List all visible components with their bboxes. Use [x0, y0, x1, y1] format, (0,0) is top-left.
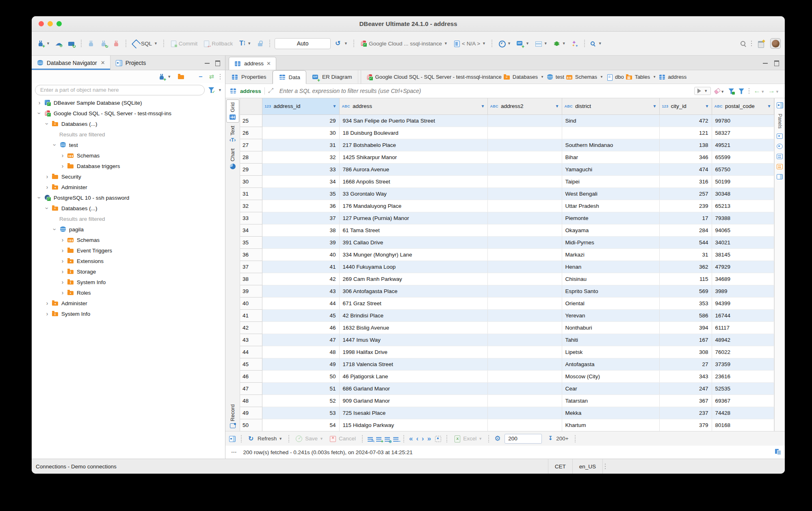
cell-district[interactable]: Markazi — [562, 248, 659, 261]
toggle-panel-icon[interactable] — [229, 435, 236, 442]
cell-address[interactable]: 725 Isesaki Place — [339, 407, 487, 419]
tree-expander-icon[interactable] — [50, 226, 59, 233]
row-number-cell[interactable]: 35 — [240, 236, 262, 248]
cell-address2[interactable] — [487, 297, 562, 309]
cell-address2[interactable] — [487, 224, 562, 236]
cell-city-id[interactable]: 367 — [659, 395, 712, 407]
tree-expander-icon[interactable] — [35, 194, 44, 201]
cell-city-id[interactable]: 247 — [659, 382, 712, 395]
cell-city-id[interactable]: 569 — [659, 285, 712, 297]
cell-address[interactable]: 909 Garland Manor — [339, 395, 487, 407]
tree-expander-icon[interactable] — [50, 142, 59, 148]
cell-city-id[interactable]: 379 — [659, 419, 712, 431]
table-row[interactable]: 37 41 1440 Fukuyama Loop Henan 362 47929 — [240, 261, 774, 273]
last-row-button[interactable]: » — [427, 436, 431, 442]
cell-address-id[interactable]: 40 — [262, 248, 339, 261]
refresh-button[interactable]: Refresh▼ — [247, 434, 284, 443]
row-number-cell[interactable]: 28 — [240, 151, 262, 163]
cell-postal-code[interactable]: 79388 — [712, 212, 774, 224]
cell-address-id[interactable]: 53 — [262, 407, 339, 419]
row-number-cell[interactable]: 44 — [240, 346, 262, 358]
link-with-editor-button[interactable]: ⇄ — [208, 73, 215, 81]
breadcrumb-item[interactable]: Schemas ▼ — [566, 73, 604, 81]
cell-address-id[interactable]: 49 — [262, 358, 339, 370]
first-row-button[interactable]: « — [409, 436, 413, 442]
tab-database-navigator[interactable]: Database Navigator ✕ — [32, 56, 110, 70]
cell-address2[interactable] — [487, 346, 562, 358]
cell-address[interactable]: 33 Gorontalo Way — [339, 188, 487, 200]
tab-text-view[interactable]: Text ‹T› — [226, 123, 239, 146]
cell-address2[interactable] — [487, 114, 562, 127]
cell-district[interactable]: Nonthaburi — [562, 321, 659, 334]
close-icon[interactable]: ✕ — [101, 60, 105, 66]
tab-record-view[interactable]: Record — [226, 402, 239, 430]
dashboard-button[interactable]: ▼ — [497, 39, 512, 48]
table-row[interactable]: 28 32 1425 Shikarpur Manor Bihar 346 655… — [240, 151, 774, 163]
locale-indicator[interactable]: en_US — [573, 459, 603, 474]
cell-address[interactable]: 671 Graz Street — [339, 297, 487, 309]
navigator-new-connection-button[interactable]: +▼ — [157, 72, 172, 81]
table-row[interactable]: 26 30 18 Duisburg Boulevard 121 58327 — [240, 127, 774, 139]
sql-editor-button[interactable]: SQL▼ — [131, 39, 159, 48]
cell-address[interactable]: 306 Antofagasta Place — [339, 285, 487, 297]
minimize-view-icon[interactable] — [205, 60, 210, 65]
cell-postal-code[interactable]: 65599 — [712, 151, 774, 163]
cell-address-id[interactable]: 33 — [262, 163, 339, 175]
tree-expander-icon[interactable] — [58, 258, 67, 264]
cell-address-id[interactable]: 46 — [262, 321, 339, 334]
cell-postal-code[interactable]: 50199 — [712, 175, 774, 188]
tab-er-diagram[interactable]: ER Diagram — [306, 70, 358, 84]
table-row[interactable]: 45 49 1718 Valencia Street Antofagasta 2… — [240, 358, 774, 370]
tab-data[interactable]: Data — [273, 70, 307, 84]
row-number-cell[interactable]: 25 — [240, 114, 262, 127]
cell-postal-code[interactable]: 80168 — [712, 419, 774, 431]
cell-district[interactable]: Chisinau — [562, 273, 659, 285]
table-row[interactable]: 48 52 909 Garland Manor Tatarstan 367 69… — [240, 395, 774, 407]
row-number-cell[interactable]: 29 — [240, 163, 262, 175]
tree-expander-icon[interactable] — [43, 300, 52, 306]
cell-address[interactable]: 786 Aurora Avenue — [339, 163, 487, 175]
active-connection-selector[interactable]: Google Cloud ... ssql-instance▼ — [359, 39, 449, 48]
cell-district[interactable]: Midi-Pyrnes — [562, 236, 659, 248]
grouping-panel-icon[interactable] — [777, 174, 783, 179]
cell-address-id[interactable]: 43 — [262, 285, 339, 297]
tree-item[interactable]: Databases (...) — [32, 119, 225, 129]
tree-expander-icon[interactable] — [43, 173, 52, 180]
cell-postal-code[interactable]: 37359 — [712, 358, 774, 370]
table-row[interactable]: 42 46 1632 Bislig Avenue Nonthaburi 394 … — [240, 321, 774, 334]
cell-address[interactable]: 46 Pjatigorsk Lane — [339, 370, 487, 382]
column-menu-icon[interactable]: ▼ — [653, 104, 657, 108]
cell-address2[interactable] — [487, 419, 562, 431]
connect-button[interactable] — [86, 39, 96, 48]
ai-assistant-button[interactable] — [570, 39, 580, 48]
tree-item[interactable]: Roles — [32, 287, 225, 298]
cell-postal-code[interactable]: 58327 — [712, 127, 774, 139]
cell-district[interactable]: Esprito Santo — [562, 285, 659, 297]
row-number-cell[interactable]: 46 — [240, 370, 262, 382]
cancel-button[interactable]: Cancel — [328, 434, 357, 443]
cell-postal-code[interactable]: 47929 — [712, 261, 774, 273]
tree-item[interactable]: Schemas — [32, 150, 225, 161]
cell-postal-code[interactable]: 94399 — [712, 297, 774, 309]
cell-address2[interactable] — [487, 261, 562, 273]
cell-district[interactable]: Moscow (City) — [562, 370, 659, 382]
close-icon[interactable]: ✕ — [266, 60, 271, 67]
row-number-cell[interactable]: 27 — [240, 139, 262, 151]
commit-mode-combo[interactable]: Auto — [275, 38, 331, 49]
maximize-view-icon[interactable] — [215, 60, 220, 65]
cell-district[interactable]: Sind — [562, 114, 659, 127]
cell-postal-code[interactable]: 74428 — [712, 407, 774, 419]
cell-address-id[interactable]: 37 — [262, 212, 339, 224]
table-row[interactable]: 40 44 671 Graz Street Oriental 353 94399 — [240, 297, 774, 309]
tree-expander-icon[interactable] — [58, 152, 67, 159]
cell-postal-code[interactable]: 49521 — [712, 139, 774, 151]
table-row[interactable]: 43 47 1447 Imus Way Tahiti 167 48942 — [240, 334, 774, 346]
output-panel-icon[interactable] — [774, 448, 782, 455]
breadcrumb-item[interactable]: Google Cloud SQL - SQL Server - test-mss… — [366, 73, 502, 81]
cell-address[interactable]: 42 Brindisi Place — [339, 309, 487, 321]
table-row[interactable]: 25 29 934 San Felipe de Puerto Plata Str… — [240, 114, 774, 127]
dbeaver-profile-avatar[interactable] — [770, 38, 781, 49]
filter-objects-icon[interactable] — [208, 87, 214, 93]
cell-address2[interactable] — [487, 236, 562, 248]
row-number-cell[interactable]: 40 — [240, 297, 262, 309]
